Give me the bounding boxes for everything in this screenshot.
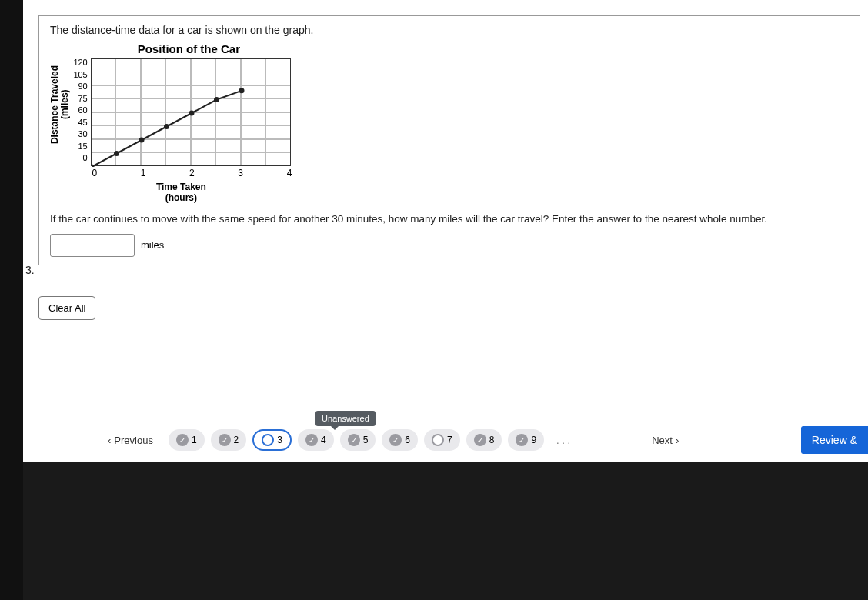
next-button[interactable]: Next › [644, 430, 686, 451]
circle-icon [432, 434, 444, 446]
nav-pill-9[interactable]: 9 [508, 429, 544, 451]
pill-number: 4 [321, 435, 326, 445]
nav-pill-1[interactable]: 1 [169, 429, 205, 451]
nav-pill-7[interactable]: 7 [424, 429, 460, 451]
svg-point-6 [239, 88, 244, 93]
nav-pill-6[interactable]: 6 [382, 429, 418, 451]
pill-number: 7 [447, 435, 452, 445]
pill-number: 5 [363, 435, 369, 445]
dark-margin [0, 0, 23, 600]
pill-number: 6 [405, 435, 410, 445]
question-text: If the car continues to move with the sa… [50, 213, 849, 225]
check-icon [219, 434, 231, 446]
pill-number: 8 [489, 435, 495, 445]
check-icon [389, 434, 402, 446]
answer-input[interactable] [50, 234, 135, 257]
question-nav: ‹ Previous 123456789 . . . Next › Review… [100, 426, 868, 454]
chart-title: Position of the Car [73, 42, 304, 55]
check-icon [516, 434, 528, 446]
clear-all-button[interactable]: Clear All [38, 296, 95, 320]
nav-pill-3[interactable]: 3 [252, 429, 292, 451]
nav-more-dots: . . . [552, 435, 575, 446]
chart-plot [91, 58, 291, 166]
svg-point-3 [164, 124, 169, 129]
pill-number: 2 [234, 435, 239, 445]
svg-point-2 [139, 138, 144, 143]
question-number: 3. [25, 264, 35, 276]
y-axis-label: Distance Traveled (miles) [50, 65, 70, 144]
previous-button[interactable]: ‹ Previous [100, 430, 161, 451]
nav-pill-8[interactable]: 8 [466, 429, 502, 451]
x-axis-label: Time Taken (hours) [73, 182, 289, 204]
unanswered-tooltip: Unanswered [315, 411, 376, 426]
nav-pill-5[interactable]: 5 [340, 429, 376, 451]
page-content: 3. The distance-time data for a car is s… [23, 0, 868, 462]
check-icon [474, 434, 486, 446]
chart-container: Distance Traveled (miles) Position of th… [50, 42, 849, 204]
svg-point-4 [189, 111, 194, 116]
check-icon [305, 434, 318, 446]
answer-unit: miles [141, 239, 164, 251]
chevron-right-icon: › [676, 435, 679, 446]
question-prompt: The distance-time data for a car is show… [50, 24, 849, 36]
review-button[interactable]: Review & [801, 426, 868, 454]
y-tick-labels: 120 105 90 75 60 45 30 15 0 [73, 58, 87, 166]
svg-point-1 [114, 151, 119, 156]
check-icon [176, 434, 189, 446]
chart-svg [92, 59, 292, 167]
nav-pill-4[interactable]: 4 [298, 429, 334, 451]
pill-number: 3 [277, 435, 282, 445]
pill-number: 1 [192, 435, 197, 445]
svg-point-5 [214, 97, 219, 102]
chevron-left-icon: ‹ [108, 435, 111, 446]
svg-point-0 [92, 165, 95, 168]
nav-pill-2[interactable]: 2 [211, 429, 247, 451]
question-block: 3. The distance-time data for a car is s… [38, 15, 860, 265]
check-icon [348, 434, 360, 446]
pill-number: 9 [531, 435, 536, 445]
x-tick-labels: 0 1 2 3 4 [92, 166, 292, 180]
current-icon [262, 434, 274, 446]
answer-row: miles [50, 234, 849, 257]
